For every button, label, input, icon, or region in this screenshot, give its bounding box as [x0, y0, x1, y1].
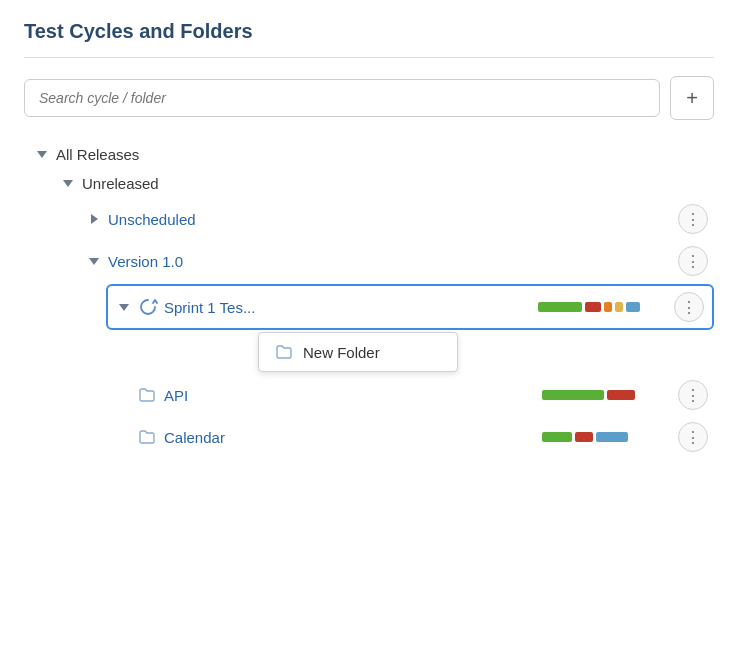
chevron-unreleased[interactable] — [60, 176, 76, 192]
chevron-unscheduled[interactable] — [86, 211, 102, 227]
tree-item-unreleased: Unreleased — [28, 171, 714, 196]
api-folder-icon — [138, 386, 156, 404]
sprint-more-button[interactable]: ⋮ — [674, 292, 704, 322]
api-row[interactable]: API ⋮ — [132, 376, 714, 414]
unscheduled-row[interactable]: Unscheduled ⋮ — [80, 200, 714, 238]
all-releases-row[interactable]: All Releases — [28, 142, 714, 167]
sprint-progress-blue — [626, 302, 640, 312]
calendar-folder-icon — [138, 428, 156, 446]
chevron-sprint[interactable] — [116, 299, 132, 315]
sprint-progress-orange — [604, 302, 612, 312]
sprint-label: Sprint 1 Tes... — [164, 299, 351, 316]
calendar-row[interactable]: Calendar ⋮ — [132, 418, 714, 456]
sprint-progress-yellow — [615, 302, 623, 312]
tree-item-calendar: Calendar ⋮ — [28, 418, 714, 456]
tree-item-api: API ⋮ — [28, 376, 714, 414]
all-releases-label: All Releases — [56, 146, 708, 163]
version-label: Version 1.0 — [108, 253, 389, 270]
version-row[interactable]: Version 1.0 ⋮ — [80, 242, 714, 280]
tree-item-version: Version 1.0 ⋮ — [28, 242, 714, 280]
api-more-button[interactable]: ⋮ — [678, 380, 708, 410]
calendar-label: Calendar — [164, 429, 353, 446]
tree-item-all-releases: All Releases — [28, 142, 714, 167]
page-title: Test Cycles and Folders — [24, 20, 714, 58]
tree-item-unscheduled: Unscheduled ⋮ — [28, 200, 714, 238]
api-label: API — [164, 387, 353, 404]
calendar-progress-bar — [542, 431, 662, 443]
new-folder-label: New Folder — [303, 344, 380, 361]
cycle-icon — [138, 297, 158, 317]
unscheduled-label: Unscheduled — [108, 211, 389, 228]
version-more-button[interactable]: ⋮ — [678, 246, 708, 276]
api-progress-green — [542, 390, 604, 400]
api-progress-red — [607, 390, 635, 400]
unreleased-label: Unreleased — [82, 175, 708, 192]
sprint-progress-red — [585, 302, 601, 312]
unscheduled-more-button[interactable]: ⋮ — [678, 204, 708, 234]
search-row: + — [24, 76, 714, 120]
sprint-progress-green — [538, 302, 582, 312]
unreleased-row[interactable]: Unreleased — [54, 171, 714, 196]
new-folder-popup[interactable]: New Folder — [258, 332, 458, 372]
api-progress-bar — [542, 389, 662, 401]
tree-container: All Releases Unreleased Unscheduled ⋮ Ve… — [24, 142, 714, 456]
new-folder-icon — [275, 343, 293, 361]
tree-item-sprint: Sprint 1 Tes... ⋮ New Folder — [28, 284, 714, 372]
sprint-row[interactable]: Sprint 1 Tes... ⋮ — [106, 284, 714, 330]
calendar-progress-blue — [596, 432, 628, 442]
add-cycle-button[interactable]: + — [670, 76, 714, 120]
chevron-all-releases[interactable] — [34, 147, 50, 163]
calendar-more-button[interactable]: ⋮ — [678, 422, 708, 452]
chevron-version[interactable] — [86, 253, 102, 269]
search-input[interactable] — [24, 79, 660, 117]
calendar-progress-green — [542, 432, 572, 442]
calendar-progress-red — [575, 432, 593, 442]
sprint-progress-bar — [538, 301, 658, 313]
